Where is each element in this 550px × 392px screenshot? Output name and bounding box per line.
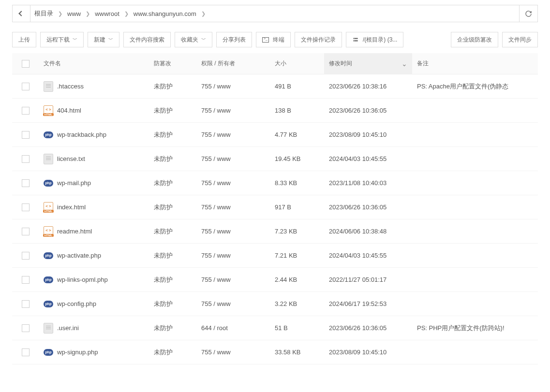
cell-antitamper: 未防护 [149,155,196,163]
cell-size: 7.21 KB [270,252,324,259]
checkbox[interactable] [22,252,30,260]
cell-size: 138 B [270,107,324,114]
file-name: license.txt [57,155,85,162]
checkbox[interactable] [22,348,30,356]
cell-name[interactable]: wp-config.php [39,300,149,307]
cell-antitamper: 未防护 [149,82,196,91]
table-row[interactable]: .htaccess未防护755 / www491 B2023/06/26 10:… [12,74,538,99]
cell-name[interactable]: license.txt [39,154,149,164]
breadcrumb-segment[interactable]: www.shangunyun.com [134,10,196,17]
disk-button[interactable]: /(根目录) (3... [346,32,403,47]
cell-note: PS: PHP用户配置文件(防跨站)! [412,324,538,333]
table-row[interactable]: wp-config.php未防护755 / www3.22 KB2024/06/… [12,292,538,316]
table-row[interactable]: wp-trackback.php未防护755 / www4.77 KB2023/… [12,123,538,147]
cell-checkbox[interactable] [12,348,39,356]
cell-checkbox[interactable] [12,203,39,211]
checkbox[interactable] [22,179,30,187]
checkbox[interactable] [22,276,30,284]
cell-checkbox[interactable] [12,83,39,90]
remote-download-button[interactable]: 远程下载﹀ [40,32,84,47]
cell-mtime: 2023/06/26 10:38:16 [324,83,412,90]
checkbox[interactable] [22,324,30,332]
cell-permission: 755 / www [196,252,270,259]
table-row[interactable]: index.html未防护755 / www917 B2023/06/26 10… [12,195,538,219]
cell-checkbox[interactable] [12,228,39,235]
file-php-icon [44,252,53,259]
table-row[interactable]: wp-links-opml.php未防护755 / www2.44 KB2022… [12,268,538,292]
favorites-button[interactable]: 收藏夹﹀ [175,32,212,47]
checkbox[interactable] [22,155,30,163]
checkbox[interactable] [22,228,30,235]
cell-size: 51 B [270,324,324,332]
cell-checkbox[interactable] [12,131,39,139]
breadcrumb-segment[interactable]: www [67,10,81,17]
breadcrumb-segment[interactable]: wwwroot [95,10,119,17]
cell-checkbox[interactable] [12,107,39,115]
cell-name[interactable]: wp-activate.php [39,252,149,259]
file-php-icon [44,276,53,283]
table-row[interactable]: wp-signup.php未防护755 / www33.58 KB2023/08… [12,340,538,364]
checkbox[interactable] [22,83,30,90]
cell-checkbox[interactable] [12,179,39,187]
cell-name[interactable]: wp-trackback.php [39,131,149,138]
breadcrumb-segment[interactable]: 根目录 [34,9,53,18]
cell-checkbox[interactable] [12,324,39,332]
refresh-button[interactable] [520,5,538,22]
operation-log-button[interactable]: 文件操作记录 [295,32,342,47]
col-size[interactable]: 大小 [270,59,324,68]
table-row[interactable]: wp-mail.php未防护755 / www8.33 KB2023/11/08… [12,171,538,195]
table-row[interactable]: readme.html未防护755 / www7.23 KB2024/06/06… [12,219,538,244]
col-checkbox[interactable] [12,60,39,68]
cell-name[interactable]: 404.html [39,105,149,116]
breadcrumb-path[interactable]: 根目录❯www❯wwwroot❯www.shangunyun.com❯ [30,5,520,22]
back-button[interactable] [12,5,30,22]
table-row[interactable]: license.txt未防护755 / www19.45 KB2024/04/0… [12,147,538,171]
checkbox[interactable] [22,107,30,115]
checkbox-all[interactable] [22,60,30,68]
cell-mtime: 2023/08/09 10:45:10 [324,131,412,138]
col-permission[interactable]: 权限 / 所有者 [196,59,270,68]
file-name: .htaccess [57,83,84,90]
chevron-down-icon: ﹀ [201,36,206,43]
col-mtime[interactable]: 修改时间 ⌄ [324,53,412,74]
cell-permission: 644 / root [196,324,270,332]
cell-name[interactable]: wp-signup.php [39,348,149,356]
checkbox[interactable] [22,300,30,308]
arrow-left-icon [18,11,24,16]
terminal-button[interactable]: 终端 [256,32,291,47]
file-name: readme.html [57,228,92,235]
enterprise-antitamper-button[interactable]: 企业级防篡改 [451,32,498,47]
cell-name[interactable]: readme.html [39,226,149,237]
col-antitamper[interactable]: 防篡改 [149,59,196,68]
cell-permission: 755 / www [196,228,270,235]
checkbox[interactable] [22,203,30,211]
table-row[interactable]: 404.html未防护755 / www138 B2023/06/26 10:3… [12,99,538,123]
checkbox[interactable] [22,131,30,139]
cell-checkbox[interactable] [12,300,39,308]
chevron-right-icon: ❯ [58,11,62,17]
content-search-button[interactable]: 文件内容搜索 [123,32,171,47]
file-sync-button[interactable]: 文件同步 [502,32,538,47]
cell-name[interactable]: index.html [39,202,149,213]
cell-name[interactable]: wp-mail.php [39,179,149,187]
cell-name[interactable]: wp-links-opml.php [39,276,149,283]
cell-permission: 755 / www [196,131,270,138]
cell-name[interactable]: .htaccess [39,81,149,92]
share-list-button[interactable]: 分享列表 [216,32,252,47]
cell-permission: 755 / www [196,276,270,283]
cell-checkbox[interactable] [12,155,39,163]
cell-checkbox[interactable] [12,276,39,284]
new-button[interactable]: 新建﹀ [88,32,119,47]
col-note[interactable]: 备注 [412,59,538,68]
cell-permission: 755 / www [196,155,270,162]
upload-button[interactable]: 上传 [12,32,36,47]
cell-size: 917 B [270,203,324,211]
table-row[interactable]: .user.ini未防护644 / root51 B2023/06/26 10:… [12,316,538,340]
cell-name[interactable]: .user.ini [39,323,149,334]
table-row[interactable]: wp-activate.php未防护755 / www7.21 KB2024/0… [12,244,538,268]
cell-checkbox[interactable] [12,252,39,260]
file-name: .user.ini [57,324,79,332]
breadcrumb-bar: 根目录❯www❯wwwroot❯www.shangunyun.com❯ [12,5,538,22]
cell-mtime: 2024/06/17 19:52:53 [324,300,412,307]
col-name[interactable]: 文件名 [39,59,149,68]
